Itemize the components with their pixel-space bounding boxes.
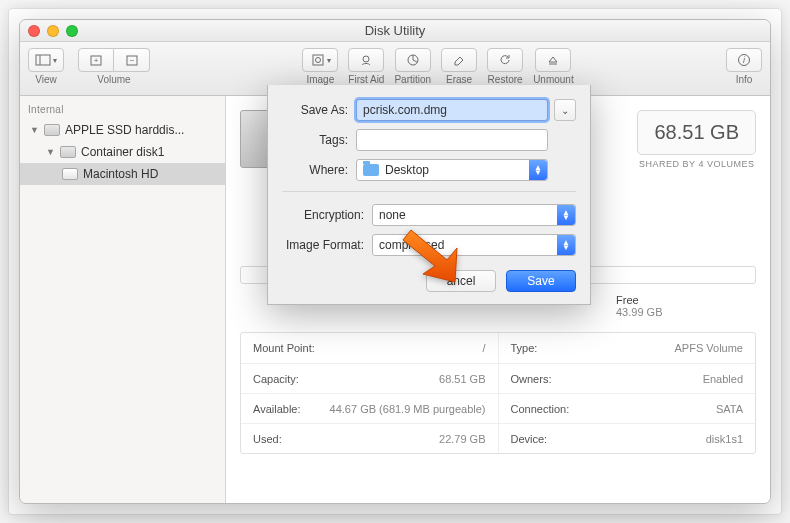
restore-icon bbox=[497, 52, 513, 68]
firstaid-label: First Aid bbox=[348, 74, 384, 85]
sidebar-item-container[interactable]: ▼Container disk1 bbox=[20, 141, 225, 163]
capacity-badge: 68.51 GB bbox=[637, 110, 756, 155]
info-value: Enabled bbox=[703, 373, 743, 385]
free-label: Free bbox=[616, 294, 662, 306]
close-window-button[interactable] bbox=[28, 25, 40, 37]
disclosure-triangle-icon[interactable]: ▼ bbox=[46, 147, 55, 157]
info-value: 22.79 GB bbox=[439, 433, 485, 445]
free-value: 43.99 GB bbox=[616, 306, 662, 318]
table-row: Used:22.79 GBDevice:disk1s1 bbox=[241, 423, 755, 453]
erase-icon bbox=[451, 52, 467, 68]
info-value: SATA bbox=[716, 403, 743, 415]
volume-info-table: Mount Point:/Type:APFS Volume Capacity:6… bbox=[240, 332, 756, 454]
where-label: Where: bbox=[282, 163, 356, 177]
updown-arrows-icon: ▲▼ bbox=[557, 235, 575, 255]
restore-label: Restore bbox=[488, 74, 523, 85]
unmount-button[interactable] bbox=[535, 48, 571, 72]
svg-point-8 bbox=[363, 56, 369, 62]
sidebar: Internal ▼APPLE SSD harddis... ▼Containe… bbox=[20, 96, 226, 503]
where-value: Desktop bbox=[385, 163, 429, 177]
image-format-value: compressed bbox=[379, 238, 444, 252]
svg-rect-6 bbox=[313, 55, 323, 65]
info-value: disk1s1 bbox=[706, 433, 743, 445]
save-button[interactable]: Save bbox=[506, 270, 576, 292]
svg-text:−: − bbox=[129, 56, 134, 65]
updown-arrows-icon: ▲▼ bbox=[529, 160, 547, 180]
firstaid-button[interactable] bbox=[348, 48, 384, 72]
plus-volume-icon: + bbox=[88, 52, 104, 68]
disclosure-triangle-icon[interactable]: ▼ bbox=[30, 125, 39, 135]
info-value: 44.67 GB (681.9 MB purgeable) bbox=[330, 403, 486, 415]
free-space-legend: Free 43.99 GB bbox=[616, 294, 662, 318]
image-label: Image bbox=[306, 74, 334, 85]
sidebar-item-label: Container disk1 bbox=[81, 145, 164, 159]
save-sheet: Save As: ⌄ Tags: Where: Desktop ▲▼ Encry… bbox=[267, 85, 591, 305]
image-format-label: Image Format: bbox=[282, 238, 372, 252]
sidebar-item-label: Macintosh HD bbox=[83, 167, 158, 181]
info-label: Info bbox=[736, 74, 753, 85]
encryption-select[interactable]: none ▲▼ bbox=[372, 204, 576, 226]
cancel-button[interactable]: ancel bbox=[426, 270, 496, 292]
info-value: APFS Volume bbox=[675, 342, 743, 354]
info-key: Type: bbox=[511, 342, 538, 354]
table-row: Mount Point:/Type:APFS Volume bbox=[241, 333, 755, 363]
first-aid-icon bbox=[358, 52, 374, 68]
erase-button[interactable] bbox=[441, 48, 477, 72]
info-icon: i bbox=[736, 52, 752, 68]
info-key: Device: bbox=[511, 433, 548, 445]
info-button[interactable]: i bbox=[726, 48, 762, 72]
info-value: / bbox=[482, 342, 485, 354]
info-key: Mount Point: bbox=[253, 342, 315, 354]
partition-button[interactable] bbox=[395, 48, 431, 72]
image-format-select[interactable]: compressed ▲▼ bbox=[372, 234, 576, 256]
divider bbox=[282, 191, 576, 192]
svg-text:i: i bbox=[743, 55, 746, 65]
where-select[interactable]: Desktop ▲▼ bbox=[356, 159, 548, 181]
svg-point-7 bbox=[315, 58, 320, 63]
sidebar-icon bbox=[35, 52, 51, 68]
shared-volumes-text: SHARED BY 4 VOLUMES bbox=[637, 159, 756, 169]
sidebar-item-physical-disk[interactable]: ▼APPLE SSD harddis... bbox=[20, 119, 225, 141]
table-row: Available:44.67 GB (681.9 MB purgeable)C… bbox=[241, 393, 755, 423]
folder-icon bbox=[363, 164, 379, 176]
chevron-down-icon: ⌄ bbox=[561, 105, 569, 116]
encryption-value: none bbox=[379, 208, 406, 222]
erase-label: Erase bbox=[446, 74, 472, 85]
volume-icon bbox=[62, 168, 78, 180]
expand-save-dialog-button[interactable]: ⌄ bbox=[554, 99, 576, 121]
sidebar-item-label: APPLE SSD harddis... bbox=[65, 123, 184, 137]
volume-add-button[interactable]: + bbox=[78, 48, 114, 72]
partition-label: Partition bbox=[394, 74, 431, 85]
info-key: Available: bbox=[253, 403, 301, 415]
info-key: Capacity: bbox=[253, 373, 299, 385]
table-row: Capacity:68.51 GBOwners:Enabled bbox=[241, 363, 755, 393]
disk-icon bbox=[60, 146, 76, 158]
volume-label: Volume bbox=[97, 74, 130, 85]
saveas-label: Save As: bbox=[282, 103, 356, 117]
restore-button[interactable] bbox=[487, 48, 523, 72]
minimize-window-button[interactable] bbox=[47, 25, 59, 37]
info-key: Used: bbox=[253, 433, 282, 445]
unmount-icon bbox=[545, 52, 561, 68]
saveas-field[interactable] bbox=[356, 99, 548, 121]
partition-icon bbox=[405, 52, 421, 68]
tags-field[interactable] bbox=[356, 129, 548, 151]
unmount-label: Unmount bbox=[533, 74, 574, 85]
disk-image-icon bbox=[310, 52, 326, 68]
titlebar: Disk Utility bbox=[20, 20, 770, 42]
view-button[interactable]: ▾ bbox=[28, 48, 64, 72]
sidebar-item-volume-selected[interactable]: Macintosh HD bbox=[20, 163, 225, 185]
encryption-label: Encryption: bbox=[282, 208, 372, 222]
view-label: View bbox=[35, 74, 57, 85]
info-key: Owners: bbox=[511, 373, 552, 385]
image-button[interactable]: ▾ bbox=[302, 48, 338, 72]
tags-label: Tags: bbox=[282, 133, 356, 147]
svg-rect-0 bbox=[36, 55, 50, 65]
disk-icon bbox=[44, 124, 60, 136]
minus-volume-icon: − bbox=[124, 52, 140, 68]
zoom-window-button[interactable] bbox=[66, 25, 78, 37]
info-value: 68.51 GB bbox=[439, 373, 485, 385]
info-key: Connection: bbox=[511, 403, 570, 415]
updown-arrows-icon: ▲▼ bbox=[557, 205, 575, 225]
volume-remove-button[interactable]: − bbox=[114, 48, 150, 72]
